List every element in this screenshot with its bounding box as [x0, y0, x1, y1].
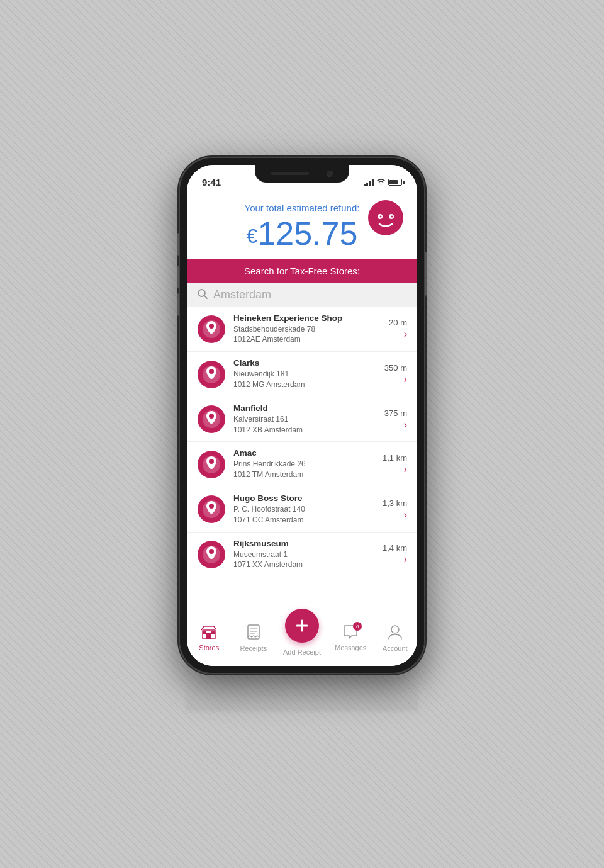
list-item[interactable]: Rijksmuseum Museumstraat 11071 XX Amster… [187, 533, 417, 578]
search-container[interactable]: Amsterdam [187, 283, 417, 307]
chevron-right-icon: › [404, 419, 407, 431]
messages-icon: 6 [343, 625, 358, 642]
phone-frame: 9:41 [179, 157, 425, 674]
chevron-right-icon: › [404, 464, 407, 475]
store-list: Heineken Experience Shop Stadsbehoudersk… [187, 307, 417, 617]
status-icons [364, 175, 403, 187]
stores-icon [201, 625, 216, 642]
search-icon [197, 288, 208, 302]
chevron-right-icon: › [404, 329, 407, 340]
svg-point-14 [209, 369, 214, 374]
tab-messages[interactable]: 6 Messages [328, 625, 373, 651]
store-address: P. C. Hoofdstraat 1401071 CC Amsterdam [233, 504, 375, 526]
search-banner-text: Search for Tax-Free Stores: [244, 266, 360, 276]
list-item[interactable]: Hugo Boss Store P. C. Hoofdstraat 140107… [187, 487, 417, 533]
messages-badge-count: 6 [353, 622, 362, 631]
svg-point-0 [368, 200, 403, 235]
battery-icon [388, 179, 402, 186]
store-pin-icon [197, 405, 226, 434]
store-info: Heineken Experience Shop Stadsbehoudersk… [233, 313, 381, 346]
list-item[interactable]: Clarks Nieuwendijk 1811012 MG Amsterdam … [187, 352, 417, 397]
svg-point-3 [380, 215, 382, 217]
account-label: Account [383, 645, 408, 652]
svg-point-30 [209, 549, 214, 554]
svg-rect-33 [203, 631, 206, 634]
store-pin-icon [197, 495, 226, 524]
store-pin-icon [197, 360, 226, 389]
store-distance: 350 m › [384, 363, 407, 385]
svg-rect-34 [211, 631, 215, 634]
store-name: Hugo Boss Store [233, 493, 375, 503]
store-address: Kalverstraat 1611012 XB Amsterdam [233, 414, 377, 436]
store-name: Amac [233, 448, 375, 458]
store-info: Amac Prins Hendrikkade 261012 TM Amsterd… [233, 448, 375, 480]
account-icon [388, 624, 402, 643]
svg-point-26 [209, 504, 214, 509]
store-address: Prins Hendrikkade 261012 TM Amsterdam [233, 459, 375, 480]
svg-rect-32 [206, 633, 211, 639]
search-input[interactable]: Amsterdam [213, 288, 407, 302]
search-banner: Search for Tax-Free Stores: [187, 259, 417, 283]
store-pin-icon [197, 450, 226, 479]
add-receipt-button[interactable] [285, 609, 319, 643]
receipts-label: Receipts [240, 645, 267, 652]
store-distance: 1,1 km › [383, 453, 407, 475]
chevron-right-icon: › [404, 509, 407, 521]
receipts-icon [247, 624, 260, 643]
messages-label: Messages [335, 644, 366, 651]
stores-label: Stores [199, 644, 219, 651]
svg-point-10 [209, 324, 214, 329]
store-name: Rijksmuseum [233, 539, 375, 548]
signal-bars-icon [364, 179, 374, 186]
screen-content: Your total estimated refund: €125.75 [187, 193, 417, 666]
list-item[interactable]: Amac Prins Hendrikkade 261012 TM Amsterd… [187, 442, 417, 487]
svg-point-41 [391, 626, 399, 633]
svg-point-18 [209, 414, 214, 419]
store-info: Clarks Nieuwendijk 1811012 MG Amsterdam [233, 358, 377, 390]
notch-speaker [271, 172, 309, 175]
list-item[interactable]: Manfield Kalverstraat 1611012 XB Amsterd… [187, 397, 417, 442]
tab-stores[interactable]: Stores [187, 625, 232, 651]
store-info: Rijksmuseum Museumstraat 11071 XX Amster… [233, 539, 375, 571]
wifi-icon [376, 178, 386, 187]
chevron-right-icon: › [404, 374, 407, 385]
store-distance: 375 m › [384, 409, 407, 431]
store-name: Heineken Experience Shop [233, 313, 381, 323]
refund-header: Your total estimated refund: €125.75 [187, 193, 417, 259]
phone-screen: 9:41 [187, 165, 417, 666]
notch [255, 165, 349, 183]
mascot [367, 199, 405, 237]
store-name: Manfield [233, 403, 377, 413]
store-pin-icon [197, 315, 226, 344]
phone-reflection [186, 674, 419, 711]
store-info: Hugo Boss Store P. C. Hoofdstraat 140107… [233, 493, 375, 526]
svg-point-4 [391, 215, 393, 217]
currency-symbol: € [247, 224, 258, 247]
add-receipt-label: Add Receipt [283, 648, 321, 656]
store-name: Clarks [233, 358, 377, 368]
tab-receipts[interactable]: Receipts [232, 624, 276, 652]
svg-point-22 [209, 459, 214, 464]
chevron-right-icon: › [404, 554, 407, 565]
tab-add-receipt[interactable]: Add Receipt [276, 621, 328, 656]
svg-line-6 [204, 295, 208, 298]
store-distance: 1,3 km › [383, 499, 407, 521]
store-pin-icon [197, 540, 226, 569]
store-address: Nieuwendijk 1811012 MG Amsterdam [233, 369, 377, 390]
list-item[interactable]: Heineken Experience Shop Stadsbehoudersk… [187, 307, 417, 352]
tab-account[interactable]: Account [372, 624, 417, 652]
notch-camera [327, 171, 333, 177]
status-time: 9:41 [202, 174, 221, 188]
bottom-nav: Stores Receipts [187, 617, 417, 666]
svg-rect-35 [248, 625, 259, 639]
store-distance: 1,4 km › [383, 543, 407, 565]
store-address: Museumstraat 11071 XX Amsterdam [233, 550, 375, 571]
store-distance: 20 m › [389, 318, 407, 340]
store-info: Manfield Kalverstraat 1611012 XB Amsterd… [233, 403, 377, 436]
store-address: Stadsbehouderskade 781012AE Amsterdam [233, 324, 381, 346]
